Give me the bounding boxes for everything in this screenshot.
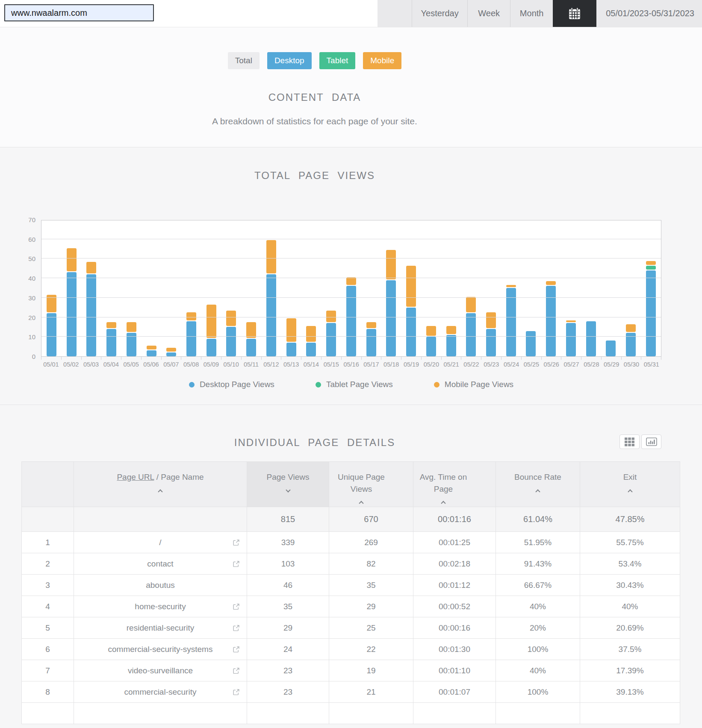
bar-segment xyxy=(386,250,396,279)
bar-segment xyxy=(166,348,176,352)
bar-segment xyxy=(566,320,576,323)
column-header-bounce-rate[interactable]: Bounce Rate xyxy=(496,462,580,507)
legend-item[interactable]: Mobile Page Views xyxy=(434,380,513,389)
avg-time-cell: 00:02:18 xyxy=(413,553,496,575)
bar-05-07 xyxy=(161,348,181,356)
bar-segment xyxy=(606,341,616,356)
x-axis-tick-label: 05/28 xyxy=(581,361,602,368)
table-row: 4 home-security 35 29 00:00:52 40% 40% xyxy=(22,596,680,617)
filter-button-desktop[interactable]: Desktop xyxy=(267,52,312,69)
x-axis-tick-label: 05/03 xyxy=(81,361,101,368)
bar-segment xyxy=(466,297,476,313)
external-link-icon[interactable] xyxy=(233,603,240,610)
bar-05-23 xyxy=(481,312,501,356)
column-header-unique-page-views[interactable]: Unique Page Views xyxy=(329,462,413,507)
x-tick xyxy=(101,357,121,360)
summary-empty-cell xyxy=(22,507,74,532)
bar-segment xyxy=(306,326,316,342)
bar-segment xyxy=(47,313,56,356)
bar-05-20 xyxy=(421,326,441,356)
external-link-icon[interactable] xyxy=(233,688,240,696)
bar-segment xyxy=(186,321,196,356)
column-header-exit[interactable]: Exit xyxy=(580,462,680,507)
x-tick xyxy=(522,357,542,360)
legend-dot-icon xyxy=(434,382,439,387)
filter-button-total[interactable]: Total xyxy=(228,52,260,69)
page-url-sort-link[interactable]: Page URL xyxy=(117,473,154,481)
table-row: 8 commercial-security 23 21 00:01:07 100… xyxy=(22,681,680,703)
table-view-icon xyxy=(624,437,635,446)
unique-page-views-cell: 82 xyxy=(329,553,413,575)
page-views-cell: 23 xyxy=(247,681,329,703)
bar-segment xyxy=(286,343,296,356)
bar-05-13 xyxy=(281,318,301,356)
page-name: contact xyxy=(147,559,173,569)
bar-segment xyxy=(147,350,156,356)
row-number-column-header xyxy=(22,462,74,507)
bounce-rate-cell: 91.43% xyxy=(496,553,580,575)
page-views-cell xyxy=(247,703,329,724)
sort-desc-icon xyxy=(286,487,290,492)
bar-segment xyxy=(226,327,236,356)
page-views-cell: 29 xyxy=(247,617,329,639)
x-tick xyxy=(561,357,581,360)
bar-segment xyxy=(246,339,256,356)
url-input[interactable] xyxy=(4,4,154,21)
bar-05-27 xyxy=(561,320,581,356)
total-page-views-section: TOTAL PAGE VIEWS 010203040506070 05/0105… xyxy=(0,147,702,405)
calendar-button[interactable] xyxy=(553,0,596,27)
bar-segment xyxy=(106,322,116,328)
avg-time-cell: 00:00:16 xyxy=(413,617,496,639)
top-bar-spacer xyxy=(154,0,378,27)
bar-segment xyxy=(406,266,416,307)
bar-segment xyxy=(366,329,376,356)
x-tick xyxy=(262,357,282,360)
x-axis-tick-label: 05/21 xyxy=(441,361,461,368)
y-axis-tick-label: 50 xyxy=(17,255,35,262)
bar-05-17 xyxy=(361,322,381,356)
table-view-button[interactable] xyxy=(619,434,640,449)
filter-button-tablet[interactable]: Tablet xyxy=(319,52,356,69)
x-tick xyxy=(221,357,242,360)
column-header-page-views[interactable]: Page Views xyxy=(247,462,329,507)
chart-view-button[interactable] xyxy=(641,434,661,449)
filter-button-mobile[interactable]: Mobile xyxy=(363,52,401,69)
x-tick xyxy=(201,357,221,360)
column-header-page-url[interactable]: Page URL / Page Name xyxy=(74,462,247,507)
page-name-cell: contact xyxy=(74,553,247,575)
external-link-icon[interactable] xyxy=(233,539,240,546)
range-button-week[interactable]: Week xyxy=(467,0,510,27)
bar-segment xyxy=(486,329,496,356)
bounce-rate-cell xyxy=(496,703,580,724)
page-name-cell: aboutus xyxy=(74,575,247,596)
external-link-icon[interactable] xyxy=(233,667,240,674)
bar-segment xyxy=(586,321,596,356)
content-data-section: Total Desktop Tablet Mobile CONTENT DATA… xyxy=(0,27,702,147)
page-name-cell xyxy=(74,703,247,724)
bar-segment xyxy=(486,312,496,328)
legend-item[interactable]: Tablet Page Views xyxy=(316,380,393,389)
x-tick xyxy=(481,357,501,360)
bar-segment xyxy=(206,305,216,338)
top-bar: Yesterday Week Month xyxy=(0,0,702,27)
x-tick xyxy=(381,357,401,360)
range-button-yesterday[interactable]: Yesterday xyxy=(412,0,467,27)
unique-page-views-cell: 29 xyxy=(329,596,413,617)
legend-item[interactable]: Desktop Page Views xyxy=(189,380,274,389)
x-tick xyxy=(581,357,602,360)
row-number: 5 xyxy=(22,617,74,639)
x-axis-tick-label: 05/17 xyxy=(361,361,381,368)
external-link-icon[interactable] xyxy=(233,646,240,653)
x-tick xyxy=(242,357,262,360)
date-range-label[interactable]: 05/01/2023-05/31/2023 xyxy=(596,0,702,27)
external-link-icon[interactable] xyxy=(233,624,240,631)
gridline xyxy=(41,297,661,298)
details-title: INDIVIDUAL PAGE DETAILS xyxy=(0,405,629,449)
row-number: 1 xyxy=(22,532,74,553)
x-axis-tick-label: 05/27 xyxy=(561,361,581,368)
x-tick xyxy=(142,357,162,360)
bounce-rate-cell: 66.67% xyxy=(496,575,580,596)
column-header-avg-time[interactable]: Avg. Time on Page xyxy=(413,462,496,507)
range-button-month[interactable]: Month xyxy=(510,0,553,27)
external-link-icon[interactable] xyxy=(233,560,240,567)
